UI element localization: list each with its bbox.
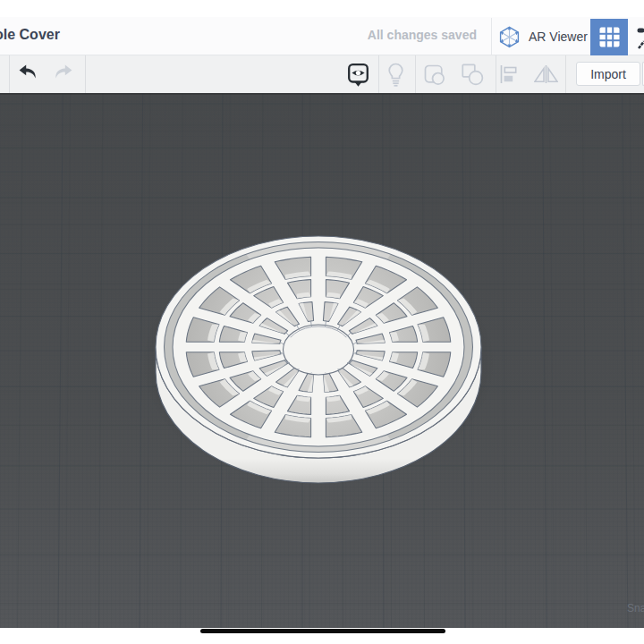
svg-text:Sna: Sna (627, 602, 644, 614)
